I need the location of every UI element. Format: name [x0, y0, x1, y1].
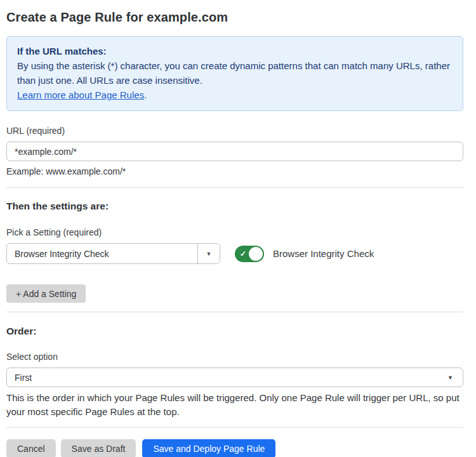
url-match-info-box: If the URL matches: By using the asteris…: [6, 36, 463, 111]
url-input[interactable]: [6, 142, 463, 161]
order-select-value: First: [15, 373, 32, 383]
chevron-down-icon: ▼: [206, 251, 212, 257]
pick-setting-label: Pick a Setting (required): [6, 227, 463, 237]
divider: [6, 187, 463, 188]
cancel-button[interactable]: Cancel: [6, 439, 56, 457]
browser-integrity-toggle[interactable]: ✓: [235, 246, 264, 262]
learn-more-link[interactable]: Learn more about Page Rules: [17, 89, 144, 100]
settings-heading: Then the settings are:: [6, 201, 463, 212]
setting-dropdown-value: Browser Integrity Check: [7, 244, 197, 263]
save-and-deploy-button[interactable]: Save and Deploy Page Rule: [142, 439, 275, 457]
divider: [6, 427, 463, 428]
setting-toggle-group: ✓ Browser Integrity Check: [235, 246, 374, 262]
setting-dropdown-button[interactable]: ▼: [197, 244, 220, 263]
add-setting-button[interactable]: + Add a Setting: [6, 284, 86, 303]
toggle-knob: [249, 247, 263, 261]
order-select[interactable]: First ▼: [6, 368, 463, 387]
setting-dropdown[interactable]: Browser Integrity Check ▼: [6, 243, 220, 264]
order-help-text: This is the order in which your Page Rul…: [6, 391, 463, 419]
url-label: URL (required): [6, 126, 463, 136]
setting-row: Browser Integrity Check ▼ ✓ Browser Inte…: [6, 243, 463, 264]
footer-actions: Cancel Save as Draft Save and Deploy Pag…: [6, 439, 463, 457]
save-as-draft-button[interactable]: Save as Draft: [61, 439, 136, 457]
info-box-body: By using the asterisk (*) character, you…: [17, 58, 453, 88]
order-heading: Order:: [6, 326, 463, 337]
page-rule-form: Create a Page Rule for example.com If th…: [0, 0, 476, 457]
select-option-label: Select option: [6, 352, 463, 362]
check-icon: ✓: [240, 250, 246, 258]
info-box-heading: If the URL matches:: [17, 44, 453, 58]
page-title: Create a Page Rule for example.com: [6, 10, 463, 25]
divider: [6, 312, 463, 312]
link-suffix: .: [144, 89, 147, 100]
info-box-link-line: Learn more about Page Rules.: [17, 88, 453, 102]
url-example-text: Example: www.example.com/*: [6, 166, 463, 176]
chevron-down-icon: ▼: [447, 374, 455, 381]
toggle-label: Browser Integrity Check: [273, 248, 374, 259]
